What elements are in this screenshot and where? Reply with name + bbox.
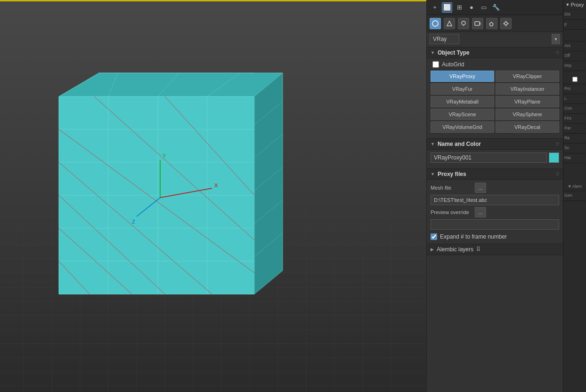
proxy-section-poi: Poi bbox=[563, 84, 586, 94]
proxy-section-l: L bbox=[563, 94, 586, 104]
proxy-section-imp: Imp bbox=[563, 61, 586, 71]
svg-point-69 bbox=[505, 25, 506, 26]
proxy-section-empty2 bbox=[563, 71, 586, 84]
tab-lights[interactable] bbox=[458, 18, 469, 29]
expand-label: Expand # to frame number bbox=[440, 233, 507, 240]
proxy-label-poi: Poi bbox=[564, 86, 585, 91]
proxy-files-arrow: ▼ bbox=[431, 172, 435, 176]
autogrid-label: AutoGrid bbox=[442, 61, 464, 68]
btn-vrayclipper[interactable]: VRayClipper bbox=[496, 71, 559, 82]
select-box-icon[interactable]: ⬜ bbox=[442, 2, 452, 13]
btn-vrayplane[interactable]: VRayPlane bbox=[496, 96, 559, 107]
panel-tabs-row bbox=[427, 15, 563, 32]
tab-helpers[interactable] bbox=[486, 18, 497, 29]
name-color-content bbox=[427, 150, 563, 168]
proxy-label-imp: Imp bbox=[564, 63, 585, 68]
svg-point-67 bbox=[505, 22, 507, 25]
btn-vraymetaball[interactable]: VRayMetaball bbox=[431, 96, 494, 107]
add-icon[interactable]: + bbox=[430, 2, 440, 13]
preview-override-input[interactable] bbox=[431, 219, 559, 230]
wrench-icon[interactable]: 🔧 bbox=[491, 2, 501, 13]
autogrid-checkbox[interactable] bbox=[432, 61, 439, 68]
preview-override-row: Preview override ... bbox=[431, 207, 559, 217]
svg-text:Z: Z bbox=[132, 219, 135, 224]
tab-shapes[interactable] bbox=[444, 18, 455, 29]
proxy-section-con: Con bbox=[563, 104, 586, 114]
proxy-label-sc: Sc bbox=[564, 145, 585, 150]
alembic-grip: ⠿ bbox=[476, 246, 480, 253]
imp-checkbox[interactable] bbox=[572, 77, 578, 82]
proxy-section-p: p bbox=[563, 20, 586, 30]
svg-marker-31 bbox=[254, 73, 283, 294]
object-type-arrow: ▼ bbox=[431, 50, 435, 55]
expand-checkbox[interactable] bbox=[431, 233, 437, 240]
object-type-title: Object Type bbox=[438, 49, 470, 56]
proxy-section-firs: Firs bbox=[563, 114, 586, 124]
proxy-label-l: L bbox=[564, 96, 585, 101]
alembic-arrow: ▶ bbox=[431, 247, 434, 252]
proxy-label-dis: Dis bbox=[564, 12, 585, 16]
proxy-section-re: Re bbox=[563, 134, 586, 144]
proxy-label-hai: Hai bbox=[564, 155, 585, 160]
proxy-panel-header: ▼ Proxy bbox=[563, 0, 586, 10]
svg-text:Y: Y bbox=[163, 153, 166, 159]
svg-point-71 bbox=[508, 23, 509, 24]
proxy-section-dis: Dis bbox=[563, 10, 586, 20]
expand-row: Expand # to frame number bbox=[431, 233, 559, 240]
proxy-spacer bbox=[563, 163, 586, 182]
btn-vrayscene[interactable]: VRayScene bbox=[431, 109, 494, 120]
btn-vrayfur[interactable]: VRayFur bbox=[431, 83, 494, 95]
mesh-file-row: Mesh file ... bbox=[431, 183, 559, 193]
proxy-name-input[interactable] bbox=[431, 152, 547, 163]
proxy-files-title: Proxy files bbox=[438, 171, 466, 177]
svg-text:X: X bbox=[214, 183, 218, 188]
svg-point-62 bbox=[432, 21, 438, 26]
monitor-icon[interactable]: ▭ bbox=[479, 2, 489, 13]
proxy-files-grip: ⠿ bbox=[556, 172, 559, 177]
btn-vraysphere[interactable]: VRaySphere bbox=[496, 109, 559, 120]
vray-dropdown[interactable]: VRay Standard bbox=[430, 34, 459, 44]
panel-main: + ⬜ ⊞ ● ▭ 🔧 bbox=[426, 0, 563, 392]
btn-vrayproxy[interactable]: VRayProxy bbox=[431, 71, 494, 82]
mesh-file-browse[interactable]: ... bbox=[475, 183, 486, 193]
proxy-side-panel: ▼ Proxy Dis p Ani Off Imp Poi bbox=[563, 0, 586, 392]
preview-override-browse[interactable]: ... bbox=[475, 207, 486, 217]
btn-vraydecal[interactable]: VRayDecal bbox=[496, 121, 559, 133]
proxy-panel-title: Proxy bbox=[570, 2, 584, 8]
vray-dropdown-row: VRay Standard ▼ bbox=[427, 32, 563, 46]
svg-point-68 bbox=[505, 21, 506, 22]
tab-systems[interactable] bbox=[500, 18, 512, 29]
object-type-grip: ⠿ bbox=[556, 50, 559, 56]
grid-icon[interactable]: ⊞ bbox=[454, 2, 464, 13]
right-panel: + ⬜ ⊞ ● ▭ 🔧 bbox=[426, 0, 586, 392]
object-type-content: AutoGrid VRayProxy VRayClipper VRayFur V… bbox=[427, 58, 563, 137]
proxy-section-hai: Hai bbox=[563, 153, 586, 163]
proxy-label-firs: Firs bbox=[564, 116, 585, 120]
color-swatch[interactable] bbox=[549, 152, 559, 163]
alembic-layers-header[interactable]: ▶ Alembic layers ⠿ bbox=[427, 244, 563, 255]
svg-point-70 bbox=[503, 23, 504, 24]
proxy-files-header[interactable]: ▼ Proxy files ⠿ bbox=[427, 168, 563, 180]
proxy-section-off: Off bbox=[563, 51, 586, 61]
viewport: X Z Y bbox=[0, 0, 426, 392]
sphere-icon[interactable]: ● bbox=[466, 2, 477, 13]
autogrid-row: AutoGrid bbox=[431, 61, 559, 68]
mesh-file-path[interactable] bbox=[431, 195, 559, 205]
toolbar-row1: + ⬜ ⊞ ● ▭ 🔧 bbox=[427, 0, 563, 15]
name-color-header[interactable]: ▼ Name and Color ⠿ bbox=[427, 138, 563, 150]
tab-geometry[interactable] bbox=[430, 18, 441, 29]
proxy-label-re: Re bbox=[564, 136, 585, 140]
name-color-arrow: ▼ bbox=[431, 142, 435, 146]
tab-cameras[interactable] bbox=[472, 18, 483, 29]
proxy-label-p: p bbox=[564, 22, 585, 26]
object-type-header[interactable]: ▼ Object Type ⠿ bbox=[427, 47, 563, 58]
proxy-section-empty1 bbox=[563, 30, 586, 41]
proxy-label-par: Par bbox=[564, 126, 585, 130]
svg-rect-65 bbox=[475, 22, 480, 25]
proxy-section-alem: ▼Alem bbox=[563, 182, 586, 191]
btn-vrayvolumegrid[interactable]: VRayVolumeGrid bbox=[431, 121, 494, 133]
proxy-section-par: Par bbox=[563, 124, 586, 134]
btn-vrayinstancer[interactable]: VRayInstancer bbox=[496, 83, 559, 95]
name-row bbox=[431, 152, 559, 163]
alembic-layers-title: Alembic layers bbox=[437, 246, 473, 253]
